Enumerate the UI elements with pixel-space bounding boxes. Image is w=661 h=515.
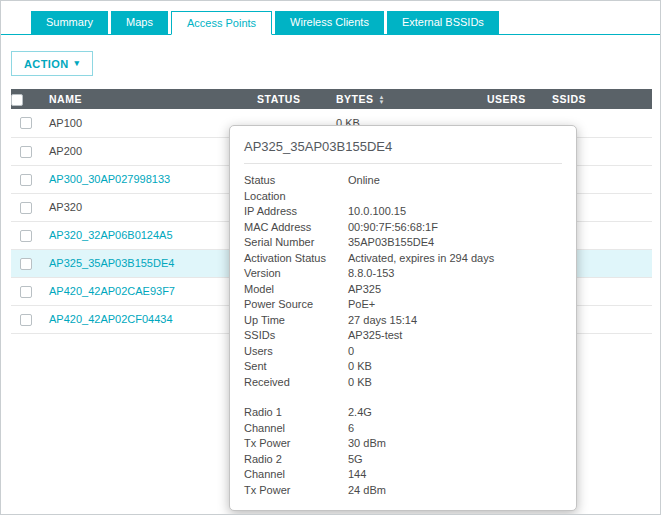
field-value: 2.4G bbox=[348, 405, 562, 421]
field-label: Model bbox=[244, 282, 348, 298]
ap-name-link[interactable]: AP325_35AP03B155DE4 bbox=[49, 257, 174, 269]
ap-name-link[interactable]: AP300_30AP027998133 bbox=[49, 173, 170, 185]
field-value: 0 KB bbox=[348, 359, 562, 375]
column-label-status: STATUS bbox=[257, 93, 300, 105]
column-header-ssids[interactable]: SSIDS bbox=[544, 89, 652, 109]
field-value: 5G bbox=[348, 452, 562, 468]
popup-field: Channel144 bbox=[244, 467, 562, 483]
row-checkbox[interactable] bbox=[20, 230, 32, 242]
popup-field: Serial Number35AP03B155DE4 bbox=[244, 235, 562, 251]
field-value bbox=[348, 189, 562, 205]
field-label: Received bbox=[244, 375, 348, 391]
field-value: 27 days 15:14 bbox=[348, 313, 562, 329]
field-label: Status bbox=[244, 173, 348, 189]
caret-down-icon: ▾ bbox=[75, 59, 80, 68]
popup-field: StatusOnline bbox=[244, 173, 562, 189]
row-checkbox[interactable] bbox=[20, 258, 32, 270]
field-label: IP Address bbox=[244, 204, 348, 220]
column-label-users: USERS bbox=[487, 93, 526, 105]
popup-field: ModelAP325 bbox=[244, 282, 562, 298]
popup-title: AP325_35AP03B155DE4 bbox=[244, 137, 562, 164]
field-value: 0 bbox=[348, 344, 562, 360]
popup-field: Power SourcePoE+ bbox=[244, 297, 562, 313]
field-label: Channel bbox=[244, 421, 348, 437]
field-label: Serial Number bbox=[244, 235, 348, 251]
popup-field: Radio 12.4G bbox=[244, 405, 562, 421]
row-checkbox[interactable] bbox=[20, 174, 32, 186]
field-value: 10.0.100.15 bbox=[348, 204, 562, 220]
field-value: 35AP03B155DE4 bbox=[348, 235, 562, 251]
field-value: AP325 bbox=[348, 282, 562, 298]
toolbar: ACTION ▾ bbox=[1, 35, 660, 89]
popup-field: Radio 25G bbox=[244, 452, 562, 468]
popup-field: Users0 bbox=[244, 344, 562, 360]
field-value: 144 bbox=[348, 467, 562, 483]
field-label: SSIDs bbox=[244, 328, 348, 344]
popup-section-gap bbox=[244, 390, 562, 405]
popup-field: Tx Power24 dBm bbox=[244, 483, 562, 499]
column-header-users[interactable]: USERS bbox=[479, 89, 544, 109]
column-label-name: NAME bbox=[49, 93, 82, 105]
field-label: MAC Address bbox=[244, 220, 348, 236]
field-value: 30 dBm bbox=[348, 436, 562, 452]
field-label: Sent bbox=[244, 359, 348, 375]
ap-name-text: AP200 bbox=[49, 145, 82, 157]
field-label: Radio 1 bbox=[244, 405, 348, 421]
row-checkbox[interactable] bbox=[20, 202, 32, 214]
ap-name-text: AP100 bbox=[49, 117, 82, 129]
select-all-checkbox[interactable] bbox=[11, 94, 23, 106]
field-label: Tx Power bbox=[244, 436, 348, 452]
field-value: Activated, expires in 294 days bbox=[348, 251, 562, 267]
field-value: PoE+ bbox=[348, 297, 562, 313]
field-value: 8.8.0-153 bbox=[348, 266, 562, 282]
field-label: Version bbox=[244, 266, 348, 282]
column-header-name[interactable]: NAME bbox=[41, 89, 249, 109]
sort-icon: ▲▼ bbox=[379, 95, 385, 105]
ap-name-link[interactable]: AP320_32AP06B0124A5 bbox=[49, 229, 173, 241]
tab-external-bssids[interactable]: External BSSIDs bbox=[387, 11, 499, 34]
popup-fields: StatusOnline Location IP Address10.0.100… bbox=[244, 173, 562, 498]
field-label: Channel bbox=[244, 467, 348, 483]
column-header-status[interactable]: STATUS bbox=[249, 89, 328, 109]
column-header-bytes[interactable]: BYTES▲▼ bbox=[328, 89, 479, 109]
popup-field: MAC Address00:90:7F:56:68:1F bbox=[244, 220, 562, 236]
popup-field: Up Time27 days 15:14 bbox=[244, 313, 562, 329]
popup-field: Tx Power30 dBm bbox=[244, 436, 562, 452]
tab-wireless-clients[interactable]: Wireless Clients bbox=[275, 11, 384, 34]
page: Summary Maps Access Points Wireless Clie… bbox=[0, 0, 661, 515]
popup-field: Location bbox=[244, 189, 562, 205]
ap-details-popup: AP325_35AP03B155DE4 StatusOnline Locatio… bbox=[229, 125, 577, 511]
field-label: Users bbox=[244, 344, 348, 360]
field-label: Radio 2 bbox=[244, 452, 348, 468]
row-checkbox[interactable] bbox=[20, 146, 32, 158]
popup-field: Channel6 bbox=[244, 421, 562, 437]
tab-maps[interactable]: Maps bbox=[111, 11, 168, 34]
ap-name-link[interactable]: AP420_42AP02CF04434 bbox=[49, 313, 173, 325]
popup-field: Sent0 KB bbox=[244, 359, 562, 375]
popup-field: Received0 KB bbox=[244, 375, 562, 391]
column-label-bytes: BYTES bbox=[336, 93, 374, 105]
tab-summary[interactable]: Summary bbox=[31, 11, 108, 34]
row-checkbox[interactable] bbox=[20, 314, 32, 326]
field-label: Location bbox=[244, 189, 348, 205]
field-value: 00:90:7F:56:68:1F bbox=[348, 220, 562, 236]
table-header-row: NAME STATUS BYTES▲▼ USERS SSIDS bbox=[11, 89, 652, 109]
popup-field: IP Address10.0.100.15 bbox=[244, 204, 562, 220]
field-value: 6 bbox=[348, 421, 562, 437]
popup-field: SSIDsAP325-test bbox=[244, 328, 562, 344]
row-checkbox[interactable] bbox=[20, 117, 32, 129]
action-button[interactable]: ACTION ▾ bbox=[11, 51, 93, 76]
field-label: Activation Status bbox=[244, 251, 348, 267]
field-value: 0 KB bbox=[348, 375, 562, 391]
ap-name-link[interactable]: AP420_42AP02CAE93F7 bbox=[49, 285, 175, 297]
tab-bar: Summary Maps Access Points Wireless Clie… bbox=[1, 1, 660, 35]
row-checkbox[interactable] bbox=[20, 286, 32, 298]
column-label-ssids: SSIDS bbox=[552, 93, 586, 105]
popup-field: Version8.8.0-153 bbox=[244, 266, 562, 282]
ap-name-text: AP320 bbox=[49, 201, 82, 213]
action-button-label: ACTION bbox=[24, 58, 69, 70]
field-label: Tx Power bbox=[244, 483, 348, 499]
select-all-cell bbox=[11, 89, 41, 109]
field-value: Online bbox=[348, 173, 562, 189]
tab-access-points[interactable]: Access Points bbox=[171, 11, 272, 35]
